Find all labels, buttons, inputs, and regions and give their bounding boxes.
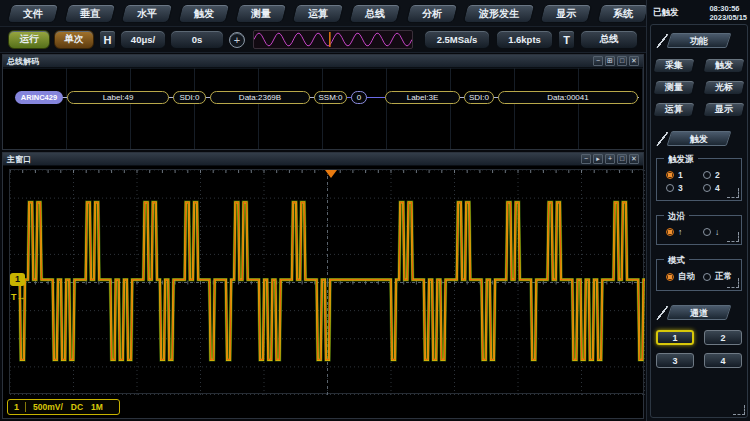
trigger-button[interactable]: 触发 — [702, 58, 745, 73]
main-panel-header: 主窗口 − ▸ + □ ✕ — [3, 153, 643, 166]
cursor-button[interactable]: 光标 — [702, 80, 745, 95]
display-button[interactable]: 显示 — [702, 102, 745, 117]
channel-buttons: 1 2 3 4 — [651, 330, 747, 368]
decode-field-data2: Data:00041 — [498, 91, 638, 104]
menu-vertical[interactable]: 垂直 — [64, 4, 117, 23]
memory-depth-value[interactable]: 1.6kpts — [496, 30, 553, 49]
play-icon[interactable]: ▸ — [593, 154, 603, 164]
trigger-position-marker[interactable] — [325, 170, 337, 178]
section-function[interactable]: 功能 — [667, 33, 732, 48]
measure-button[interactable]: 测量 — [652, 80, 695, 95]
channel-coupling: DC — [71, 402, 83, 412]
menu-bus[interactable]: 总线 — [349, 4, 402, 23]
group-corner-decoration — [727, 232, 739, 242]
acquire-button[interactable]: 采集 — [652, 58, 695, 73]
main-window-panel: 主窗口 − ▸ + □ ✕ 1 T→ 1 500mV/ DC 1M — [2, 152, 644, 419]
single-button[interactable]: 单次 — [54, 30, 94, 49]
status-row: 已触发 08:30:56 2023/05/15 — [653, 4, 747, 22]
sidebar-controls-box: 功能 采集 触发 测量 光标 运算 显示 触发 触发源 1 2 3 4 — [650, 24, 748, 418]
mode-auto-radio[interactable]: 自动 — [666, 271, 699, 283]
clock-time: 08:30:56 — [709, 4, 747, 13]
decode-field-sdi: SDI:0 — [173, 91, 206, 104]
bus-decode-panel: 总线解码 − ⊞ □ ✕ ARINC429 Label:49 SDI:0 Dat… — [2, 54, 644, 150]
trigger-source-label: 触发源 — [664, 154, 698, 166]
menu-wavegen[interactable]: 波形发生 — [463, 4, 536, 23]
main-panel-title: 主窗口 — [7, 154, 31, 165]
trigger-level-marker[interactable]: T→ — [11, 292, 26, 302]
radio-dot-icon — [703, 184, 711, 192]
main-display-area: 1 T→ 1 500mV/ DC 1M — [3, 166, 643, 418]
radio-row: 1 2 — [662, 170, 736, 180]
menu-trigger[interactable]: 触发 — [178, 4, 231, 23]
decode-display-area[interactable]: ARINC429 Label:49 SDI:0 Data:2369B SSM:0… — [3, 68, 643, 149]
edge-rising-radio[interactable]: ↑ — [666, 227, 699, 237]
menu-display[interactable]: 显示 — [540, 4, 593, 23]
source-radio-2[interactable]: 2 — [703, 170, 736, 180]
trigger-source-group: 触发源 1 2 3 4 — [656, 158, 742, 201]
menu-measure[interactable]: 测量 — [235, 4, 288, 23]
waveform-graticule[interactable]: 1 T→ — [9, 169, 644, 394]
rising-edge-icon: ↑ — [678, 227, 682, 237]
sample-rate-value[interactable]: 2.5MSa/s — [424, 30, 490, 49]
datetime: 08:30:56 2023/05/15 — [709, 4, 747, 22]
horizontal-offset-value[interactable]: 0s — [170, 30, 224, 49]
mode-label: 模式 — [664, 255, 689, 267]
trigger-key-label[interactable]: T — [558, 30, 575, 49]
channel-3-button[interactable]: 3 — [656, 353, 694, 368]
horizontal-key-label[interactable]: H — [99, 30, 116, 49]
bus-button[interactable]: 总线 — [580, 30, 638, 49]
radio-dot-icon — [666, 228, 674, 236]
menu-math[interactable]: 运算 — [292, 4, 345, 23]
preview-sine-wave — [254, 31, 412, 48]
channel-impedance: 1M — [91, 402, 103, 412]
main-window-controls: − ▸ + □ ✕ — [581, 154, 639, 164]
channel-2-button[interactable]: 2 — [704, 330, 742, 345]
math-button[interactable]: 运算 — [652, 102, 695, 117]
trigger-mode-group: 模式 自动 正常 — [656, 259, 742, 291]
section-channel[interactable]: 通道 — [667, 305, 732, 320]
radio-dot-icon — [703, 171, 711, 179]
decode-field-ssm: SSM:0 — [314, 91, 347, 104]
zoom-icon[interactable]: + — [229, 32, 245, 48]
source-radio-1[interactable]: 1 — [666, 170, 699, 180]
control-sidebar: 已触发 08:30:56 2023/05/15 功能 采集 触发 测量 光标 运… — [646, 0, 750, 421]
function-buttons: 采集 触发 测量 光标 运算 显示 — [651, 58, 747, 117]
radio-row: ↑ ↓ — [662, 227, 736, 237]
run-button[interactable]: 运行 — [8, 30, 50, 49]
trigger-edge-group: 边沿 ↑ ↓ — [656, 215, 742, 245]
source-radio-3[interactable]: 3 — [666, 183, 699, 193]
zoom-in-icon[interactable]: + — [605, 154, 615, 164]
channel-4-button[interactable]: 4 — [704, 353, 742, 368]
close-icon[interactable]: ✕ — [629, 154, 639, 164]
radio-dot-icon — [703, 228, 711, 236]
group-corner-decoration — [727, 188, 739, 198]
menu-file[interactable]: 文件 — [7, 4, 60, 23]
radio-dot-icon — [666, 273, 674, 281]
radio-row: 3 4 — [662, 183, 736, 193]
minimize-icon[interactable]: − — [581, 154, 591, 164]
decode-window-controls: − ⊞ □ ✕ — [593, 56, 639, 66]
restore-icon[interactable]: □ — [617, 56, 627, 66]
toolbar: 运行 单次 H 40μs/ 0s + 2.5MSa/s 1.6kpts T 总线 — [0, 27, 646, 53]
decode-panel-header: 总线解码 − ⊞ □ ✕ — [3, 55, 643, 68]
menu-system[interactable]: 系统 — [597, 4, 650, 23]
section-trigger[interactable]: 触发 — [667, 131, 732, 146]
waveform-preview[interactable] — [253, 30, 413, 49]
menu-analyze[interactable]: 分析 — [406, 4, 459, 23]
channel-1-button[interactable]: 1 — [656, 330, 694, 345]
decode-field-sdi2: SDI:0 — [464, 91, 494, 104]
channel1-info-badge[interactable]: 1 500mV/ DC 1M — [7, 399, 120, 415]
channel1-level-marker[interactable]: 1 — [10, 273, 25, 286]
decode-panel-title: 总线解码 — [7, 56, 39, 67]
radio-dot-icon — [666, 184, 674, 192]
radio-dot-icon — [703, 273, 711, 281]
minimize-icon[interactable]: − — [593, 56, 603, 66]
close-icon[interactable]: ✕ — [629, 56, 639, 66]
group-corner-decoration — [727, 278, 739, 288]
restore-icon[interactable]: □ — [617, 154, 627, 164]
menu-horizontal[interactable]: 水平 — [121, 4, 174, 23]
timebase-value[interactable]: 40μs/ — [120, 30, 166, 49]
maximize-icon[interactable]: ⊞ — [605, 56, 615, 66]
decode-field-label2: Label:3E — [385, 91, 460, 104]
oscilloscope-app: 文件 垂直 水平 触发 测量 运算 总线 分析 波形发生 显示 系统 运行 单次… — [0, 0, 750, 421]
